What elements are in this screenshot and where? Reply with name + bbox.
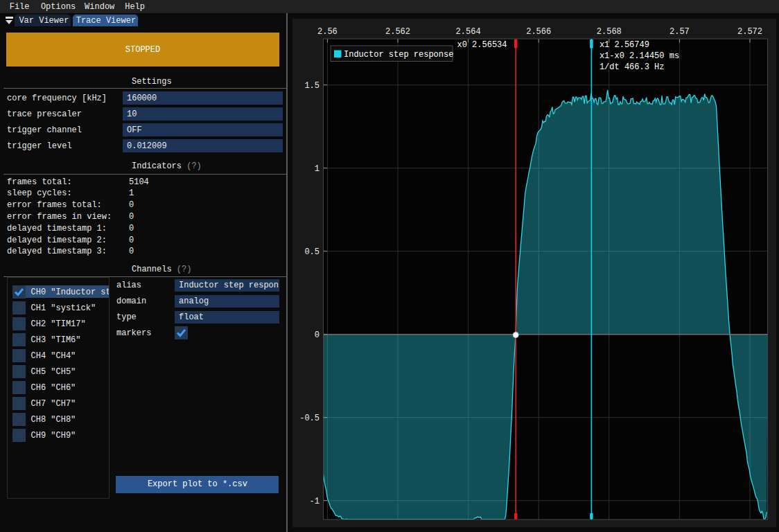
svg-text:x1 2.56749: x1 2.56749 bbox=[599, 40, 649, 50]
svg-text:2.562: 2.562 bbox=[385, 27, 410, 37]
svg-text:2.572: 2.572 bbox=[737, 27, 762, 37]
svg-text:2.564: 2.564 bbox=[456, 27, 481, 37]
svg-text:0: 0 bbox=[315, 330, 320, 340]
svg-text:0.5: 0.5 bbox=[304, 247, 320, 257]
svg-text:x0 2.56534: x0 2.56534 bbox=[457, 40, 507, 50]
svg-text:x1-x0 2.14450 ms: x1-x0 2.14450 ms bbox=[599, 51, 679, 61]
svg-text:1/dt 466.3 Hz: 1/dt 466.3 Hz bbox=[599, 62, 665, 72]
svg-text:Inductor step response: Inductor step response bbox=[344, 50, 453, 60]
svg-text:2.568: 2.568 bbox=[597, 27, 622, 37]
svg-text:2.56: 2.56 bbox=[317, 27, 338, 37]
svg-text:1.5: 1.5 bbox=[304, 81, 320, 91]
svg-text:1: 1 bbox=[315, 164, 320, 174]
svg-text:-0.5: -0.5 bbox=[299, 414, 320, 423]
svg-text:-1: -1 bbox=[310, 497, 320, 506]
svg-text:2.57: 2.57 bbox=[669, 27, 690, 37]
svg-text:2.566: 2.566 bbox=[526, 27, 551, 37]
